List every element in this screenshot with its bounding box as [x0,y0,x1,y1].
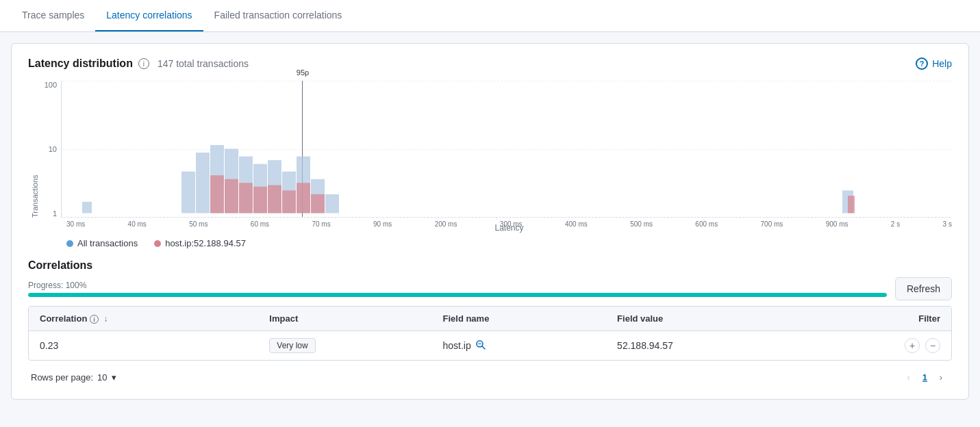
x-tick-90ms: 90 ms [373,220,392,228]
tabs-bar: Trace samples Latency correlations Faile… [0,0,980,32]
progress-bar-bg [28,293,887,297]
correlations-section: Correlations Progress: 100% Refresh [28,259,952,385]
impact-badge: Very low [269,338,315,353]
svg-rect-19 [297,183,310,213]
progress-row: Progress: 100% Refresh [28,277,952,300]
correlations-table-wrapper: Correlation i ↓ Impact Field name [28,306,952,361]
svg-rect-15 [239,183,253,213]
x-tick-200ms: 200 ms [435,220,457,228]
info-icon[interactable]: i [138,58,149,69]
filter-remove-button[interactable]: − [925,338,940,353]
sort-icon-correlation: ↓ [104,314,108,324]
chart-container: Transactions 100 10 1 [28,81,952,218]
y-tick-10: 10 [49,145,57,153]
table-row: 0.23 Very low host.ip [29,331,951,361]
col-label-field-name: Field name [442,313,489,324]
x-tick-500ms: 500 ms [630,220,653,228]
svg-rect-14 [225,179,238,214]
x-tick-3s: 3 s [943,220,952,228]
x-tick-2s: 2 s [891,220,900,228]
cell-field-value: 52.188.94.57 [606,331,805,361]
field-name-text: host.ip [442,340,470,351]
cell-correlation: 0.23 [29,331,258,361]
x-tick-900ms: 900 ms [826,220,849,228]
svg-rect-21 [848,196,855,213]
col-label-field-value: Field value [617,313,663,324]
percentile-label: 95p [297,68,309,77]
svg-rect-0 [82,202,92,214]
y-tick-100: 100 [45,81,57,89]
filter-add-button[interactable]: + [905,338,920,353]
field-search-icon[interactable] [475,339,486,352]
pagination-next-button[interactable]: › [933,369,949,385]
progress-bar-fill [28,293,887,297]
svg-rect-17 [268,185,281,214]
legend-dot-all [66,240,73,247]
latency-distribution-card: Latency distribution i 147 total transac… [11,43,969,400]
col-header-impact: Impact [258,307,431,331]
histogram-svg [62,81,952,217]
tab-trace-samples[interactable]: Trace samples [11,0,95,31]
pagination-prev-button[interactable]: ‹ [901,369,917,385]
legend: All transactions host.ip:52.188.94.57 [66,238,952,248]
col-header-field-value: Field value [606,307,805,331]
legend-dot-host-ip [154,240,161,247]
progress-label: Progress: 100% [28,281,887,290]
cell-field-name: host.ip [431,331,606,361]
svg-rect-2 [196,153,210,213]
svg-rect-18 [282,190,296,213]
svg-line-23 [482,346,485,349]
col-label-filter: Filter [918,313,940,324]
help-label: Help [932,58,952,69]
grid-line-bottom [62,217,952,218]
tab-latency-correlations[interactable]: Latency correlations [95,0,203,31]
svg-rect-13 [210,175,224,213]
total-transactions: 147 total transactions [158,58,249,69]
x-tick-60ms: 60 ms [251,220,269,228]
x-tick-40ms: 40 ms [128,220,147,228]
filter-cell: + − [816,338,940,353]
cell-filter: + − [805,331,951,361]
legend-item-host-ip: host.ip:52.188.94.57 [154,238,246,248]
pagination-row: Rows per page: 10 ▾ ‹ 1 › [28,369,952,385]
svg-rect-16 [253,187,267,214]
help-button[interactable]: ? Help [916,57,952,70]
x-tick-400ms: 400 ms [565,220,588,228]
current-page-number: 1 [922,372,927,383]
card-header: Latency distribution i 147 total transac… [28,57,952,70]
rows-per-page-selector[interactable]: Rows per page: 10 ▾ [31,372,116,383]
table-header-row: Correlation i ↓ Impact Field name [29,307,951,331]
refresh-button[interactable]: Refresh [895,277,952,300]
y-axis-label: Transactions [28,81,39,218]
col-label-impact: Impact [269,313,298,324]
col-header-field-name: Field name [431,307,606,331]
cell-impact: Very low [258,331,431,361]
x-tick-50ms: 50 ms [189,220,208,228]
y-tick-1: 1 [53,209,57,218]
x-tick-70ms: 70 ms [312,220,330,228]
x-tick-700ms: 700 ms [761,220,783,228]
pagination-controls: ‹ 1 › [901,369,949,385]
svg-rect-20 [311,194,325,214]
col-label-correlation: Correlation [40,313,87,324]
help-icon: ? [916,57,928,70]
card-title-row: Latency distribution i 147 total transac… [28,57,249,70]
progress-left: Progress: 100% [28,281,887,297]
y-axis: 100 10 1 [39,81,61,218]
field-name-cell: host.ip [442,339,595,352]
col-header-correlation[interactable]: Correlation i ↓ [29,307,258,331]
tab-failed-transaction-correlations[interactable]: Failed transaction correlations [203,0,353,31]
rows-per-page-value: 10 [97,372,107,383]
x-tick-30ms: 30 ms [66,220,85,228]
legend-item-all-transactions: All transactions [66,238,138,248]
x-tick-300ms: 300 ms [500,220,523,228]
correlations-title: Correlations [28,259,952,272]
chart-plot-area: 95p [61,81,952,218]
correlations-table: Correlation i ↓ Impact Field name [29,307,951,360]
correlation-info-icon[interactable]: i [90,315,99,324]
rows-per-page-label: Rows per page: [31,372,93,383]
col-header-filter: Filter [805,307,951,331]
legend-label-host-ip: host.ip:52.188.94.57 [165,238,246,248]
svg-rect-11 [325,194,339,214]
x-tick-600ms: 600 ms [695,220,718,228]
